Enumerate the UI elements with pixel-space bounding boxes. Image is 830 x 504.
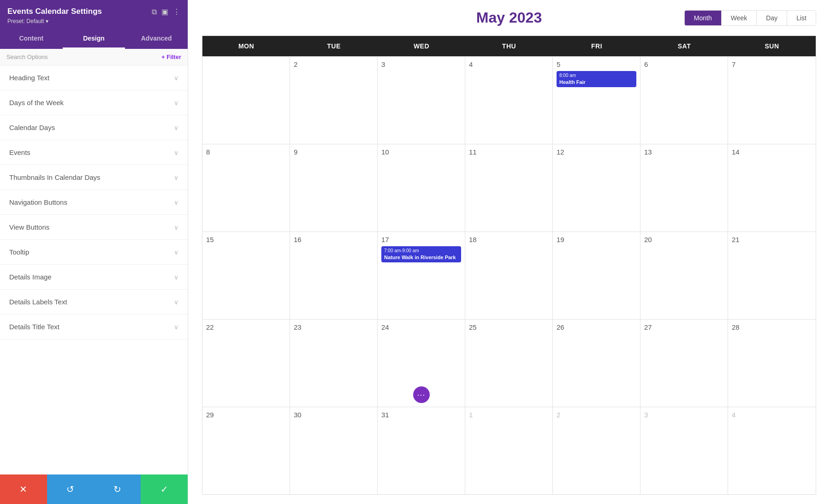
calendar-days-label: Calendar Days	[9, 124, 55, 131]
day-num: 12	[557, 148, 564, 156]
day-num: 13	[644, 148, 652, 156]
thumbnails-label: Thumbnails In Calendar Days	[9, 173, 101, 181]
cal-cell-w3d3[interactable]: 17 7:00 am-9:00 am Nature Walk in Rivers…	[378, 232, 465, 319]
cal-cell-w1d6[interactable]: 6	[640, 57, 728, 144]
settings-list: Heading Text ∨ Days of the Week ∨ Calend…	[0, 65, 188, 504]
day-num: 31	[381, 411, 389, 419]
cal-cell-w2d4[interactable]: 11	[465, 144, 553, 231]
cal-cell-w3d6[interactable]: 20	[640, 232, 728, 319]
cal-cell-w1d1[interactable]	[202, 57, 290, 144]
cal-cell-w5d5[interactable]: 2	[553, 407, 640, 494]
cal-cell-w1d3[interactable]: 3	[378, 57, 465, 144]
day-num: 25	[469, 323, 477, 331]
day-num: 23	[294, 323, 302, 331]
cal-cell-w2d1[interactable]: 8	[202, 144, 290, 231]
expand-icon[interactable]: ▣	[161, 7, 168, 16]
cal-cell-w4d4[interactable]: 25	[465, 320, 553, 407]
cal-cell-w3d7[interactable]: 21	[728, 232, 816, 319]
settings-item-view-buttons[interactable]: View Buttons ∨	[0, 215, 188, 240]
cal-cell-w3d1[interactable]: 15	[202, 232, 290, 319]
more-events-button[interactable]: ···	[413, 386, 430, 403]
view-week-button[interactable]: Week	[722, 11, 757, 25]
view-list-button[interactable]: List	[787, 11, 816, 25]
cancel-button[interactable]: ✕	[0, 474, 47, 504]
calendar-week-1: 2 3 4 5 8:00 am Health Fair 6 7	[202, 56, 816, 144]
view-month-button[interactable]: Month	[685, 11, 722, 25]
cal-cell-w5d4[interactable]: 1	[465, 407, 553, 494]
chevron-down-icon: ∨	[174, 323, 178, 331]
chevron-down-icon: ∨	[174, 174, 178, 181]
cal-cell-w5d6[interactable]: 3	[640, 407, 728, 494]
cal-cell-w4d6[interactable]: 27	[640, 320, 728, 407]
cal-cell-w1d4[interactable]: 4	[465, 57, 553, 144]
day-num: 30	[294, 411, 302, 419]
panel-title: Events Calendar Settings	[7, 6, 102, 17]
cal-cell-w1d2[interactable]: 2	[290, 57, 378, 144]
tab-design[interactable]: Design	[63, 29, 125, 49]
day-num: 20	[644, 236, 652, 243]
settings-item-tooltip[interactable]: Tooltip ∨	[0, 240, 188, 265]
search-options-text[interactable]: Search Options	[6, 53, 161, 60]
panel-header: Events Calendar Settings Preset: Default…	[0, 0, 188, 29]
calendar-rows: 2 3 4 5 8:00 am Health Fair 6 7 8 9 10 1	[202, 56, 816, 494]
copy-icon[interactable]: ⧉	[152, 8, 157, 16]
cal-cell-w2d5[interactable]: 12	[553, 144, 640, 231]
event-health-fair[interactable]: 8:00 am Health Fair	[557, 71, 636, 87]
search-bar: Search Options + Filter	[0, 49, 188, 65]
day-num: 1	[469, 411, 473, 419]
day-num: 4	[469, 60, 473, 68]
day-header-sun: SUN	[728, 36, 816, 56]
cal-cell-w2d7[interactable]: 14	[728, 144, 816, 231]
cal-cell-w2d6[interactable]: 13	[640, 144, 728, 231]
save-button[interactable]: ✓	[141, 474, 188, 504]
settings-item-details-title-text[interactable]: Details Title Text ∨	[0, 314, 188, 339]
settings-item-days-of-week[interactable]: Days of the Week ∨	[0, 90, 188, 115]
cal-cell-w3d5[interactable]: 19	[553, 232, 640, 319]
cal-cell-w5d2[interactable]: 30	[290, 407, 378, 494]
event-nature-walk[interactable]: 7:00 am-9:00 am Nature Walk in Riverside…	[381, 246, 461, 262]
settings-item-navigation-buttons[interactable]: Navigation Buttons ∨	[0, 190, 188, 215]
filter-button[interactable]: + Filter	[161, 53, 181, 60]
tab-advanced[interactable]: Advanced	[125, 29, 188, 49]
settings-item-heading-text[interactable]: Heading Text ∨	[0, 65, 188, 90]
cal-cell-w4d2[interactable]: 23	[290, 320, 378, 407]
cal-cell-w4d7[interactable]: 28	[728, 320, 816, 407]
tab-content[interactable]: Content	[0, 29, 63, 49]
cal-cell-w3d2[interactable]: 16	[290, 232, 378, 319]
navigation-buttons-label: Navigation Buttons	[9, 198, 67, 206]
heading-text-label: Heading Text	[9, 74, 49, 82]
settings-item-thumbnails[interactable]: Thumbnails In Calendar Days ∨	[0, 165, 188, 190]
chevron-down-icon: ∨	[174, 224, 178, 231]
view-day-button[interactable]: Day	[757, 11, 787, 25]
settings-panel: Events Calendar Settings Preset: Default…	[0, 0, 188, 504]
cal-cell-w5d7[interactable]: 4	[728, 407, 816, 494]
cal-cell-w5d3[interactable]: 31	[378, 407, 465, 494]
calendar-title: May 2023	[476, 9, 542, 26]
cal-cell-w1d7[interactable]: 7	[728, 57, 816, 144]
day-num: 14	[732, 148, 740, 156]
cal-cell-w2d2[interactable]: 9	[290, 144, 378, 231]
redo-button[interactable]: ↻	[94, 474, 141, 504]
cal-cell-w4d5[interactable]: 26	[553, 320, 640, 407]
chevron-down-icon: ∨	[174, 249, 178, 256]
settings-item-events[interactable]: Events ∨	[0, 140, 188, 165]
day-num: 18	[469, 236, 477, 243]
cal-cell-w3d4[interactable]: 18	[465, 232, 553, 319]
day-num: 2	[294, 60, 297, 68]
day-num: 6	[644, 60, 648, 68]
day-header-mon: MON	[202, 36, 290, 56]
cal-cell-w4d1[interactable]: 22	[202, 320, 290, 407]
chevron-down-icon: ∨	[174, 124, 178, 131]
event-time: 7:00 am-9:00 am	[384, 248, 458, 254]
cal-cell-w1d5[interactable]: 5 8:00 am Health Fair	[553, 57, 640, 144]
undo-button[interactable]: ↺	[47, 474, 94, 504]
settings-item-details-labels-text[interactable]: Details Labels Text ∨	[0, 290, 188, 314]
panel-preset[interactable]: Preset: Default ▾	[7, 18, 102, 24]
more-icon[interactable]: ⋮	[173, 7, 180, 16]
settings-item-calendar-days[interactable]: Calendar Days ∨	[0, 115, 188, 140]
bottom-action-bar: ✕ ↺ ↻ ✓	[0, 474, 188, 504]
cal-cell-w5d1[interactable]: 29	[202, 407, 290, 494]
cal-cell-w4d3[interactable]: 24 ···	[378, 320, 465, 407]
settings-item-details-image[interactable]: Details Image ∨	[0, 265, 188, 290]
cal-cell-w2d3[interactable]: 10	[378, 144, 465, 231]
